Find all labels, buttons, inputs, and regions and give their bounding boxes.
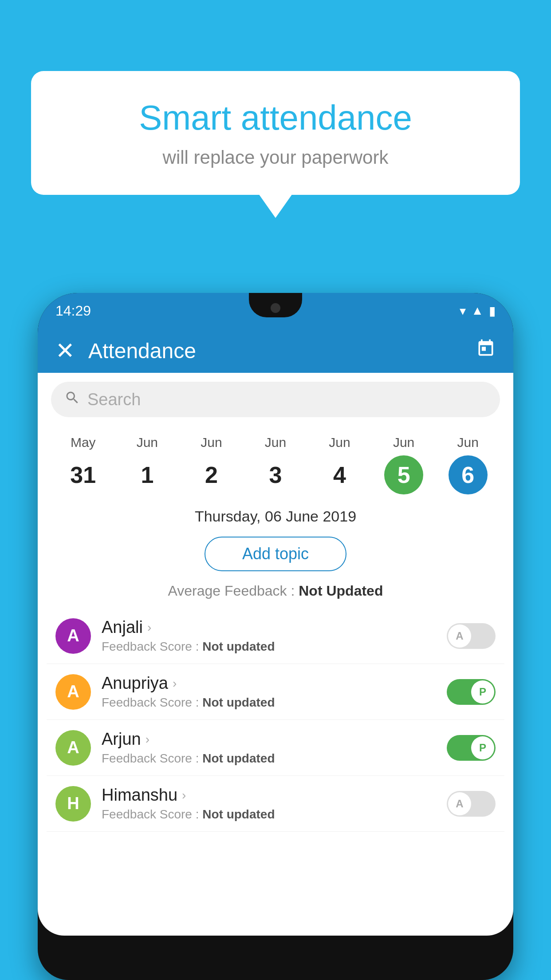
attendance-toggle[interactable]: P xyxy=(447,679,496,705)
student-info[interactable]: Anupriya ›Feedback Score : Not updated xyxy=(102,674,436,710)
student-name: Himanshu › xyxy=(102,786,436,805)
cal-month-label: Jun xyxy=(265,435,286,450)
student-item: AAnupriya ›Feedback Score : Not updatedP xyxy=(47,664,504,720)
cal-month-label: Jun xyxy=(329,435,350,450)
student-item: AArjun ›Feedback Score : Not updatedP xyxy=(47,720,504,776)
attendance-toggle[interactable]: A xyxy=(447,623,496,649)
student-item: HHimanshu ›Feedback Score : Not updatedA xyxy=(47,776,504,832)
close-button[interactable]: ✕ xyxy=(55,337,75,364)
avg-feedback-prefix: Average Feedback : xyxy=(168,583,299,599)
student-info[interactable]: Anjali ›Feedback Score : Not updated xyxy=(102,618,436,654)
calendar-day[interactable]: Jun2 xyxy=(192,435,231,494)
chevron-right-icon: › xyxy=(182,788,186,802)
student-avatar: A xyxy=(55,618,91,654)
cal-date-number: 1 xyxy=(128,455,167,494)
student-info[interactable]: Himanshu ›Feedback Score : Not updated xyxy=(102,786,436,822)
add-topic-button[interactable]: Add topic xyxy=(205,537,346,571)
toggle-wrap: P xyxy=(447,735,496,761)
app-title: Attendance xyxy=(88,339,476,363)
cal-date-number: 4 xyxy=(320,455,359,494)
cal-month-label: Jun xyxy=(457,435,478,450)
toggle-knob: P xyxy=(471,680,494,703)
calendar-strip: May31Jun1Jun2Jun3Jun4Jun5Jun6 xyxy=(38,426,513,499)
student-name: Arjun › xyxy=(102,730,436,749)
calendar-day[interactable]: Jun5 xyxy=(384,435,423,494)
app-bar: ✕ Attendance xyxy=(38,328,513,373)
student-name: Anupriya › xyxy=(102,674,436,693)
student-score: Feedback Score : Not updated xyxy=(102,640,436,654)
speech-bubble-title: Smart attendance xyxy=(67,98,484,138)
student-info[interactable]: Arjun ›Feedback Score : Not updated xyxy=(102,730,436,766)
search-placeholder: Search xyxy=(87,390,141,409)
toggle-wrap: A xyxy=(447,623,496,649)
student-score: Feedback Score : Not updated xyxy=(102,751,436,766)
cal-date-number: 3 xyxy=(256,455,295,494)
cal-month-label: Jun xyxy=(137,435,158,450)
calendar-icon[interactable] xyxy=(476,339,496,363)
cal-date-number: 5 xyxy=(384,455,423,494)
student-list: AAnjali ›Feedback Score : Not updatedAAA… xyxy=(38,608,513,832)
selected-date-label: Thursday, 06 June 2019 xyxy=(38,499,513,530)
calendar-day[interactable]: Jun3 xyxy=(256,435,295,494)
search-bar-container: Search xyxy=(38,373,513,426)
speech-bubble: Smart attendance will replace your paper… xyxy=(31,71,520,195)
toggle-wrap: P xyxy=(447,679,496,705)
student-avatar: A xyxy=(55,674,91,710)
attendance-toggle[interactable]: A xyxy=(447,791,496,817)
toggle-knob: P xyxy=(471,736,494,759)
chevron-right-icon: › xyxy=(147,620,151,635)
avg-feedback-value: Not Updated xyxy=(299,583,383,599)
attendance-toggle[interactable]: P xyxy=(447,735,496,761)
phone-frame: 14:29 ▾ ▲ ▮ ✕ Attendance Search xyxy=(38,293,513,980)
status-icons: ▾ ▲ ▮ xyxy=(460,304,496,318)
chevron-right-icon: › xyxy=(146,732,150,747)
cal-date-number: 2 xyxy=(192,455,231,494)
toggle-knob: A xyxy=(448,624,471,648)
toggle-wrap: A xyxy=(447,791,496,817)
student-score: Feedback Score : Not updated xyxy=(102,807,436,822)
student-avatar: H xyxy=(55,786,91,822)
calendar-day[interactable]: Jun6 xyxy=(449,435,488,494)
student-name: Anjali › xyxy=(102,618,436,637)
cal-month-label: Jun xyxy=(201,435,222,450)
phone-screen: Search May31Jun1Jun2Jun3Jun4Jun5Jun6 Thu… xyxy=(38,373,513,936)
chevron-right-icon: › xyxy=(173,676,177,691)
cal-month-label: Jun xyxy=(393,435,414,450)
avg-feedback: Average Feedback : Not Updated xyxy=(38,578,513,608)
cal-date-number: 6 xyxy=(449,455,488,494)
search-icon xyxy=(64,390,80,410)
student-score: Feedback Score : Not updated xyxy=(102,695,436,710)
calendar-day[interactable]: Jun1 xyxy=(128,435,167,494)
speech-bubble-subtitle: will replace your paperwork xyxy=(67,147,484,168)
cal-date-number: 31 xyxy=(63,455,102,494)
status-bar: 14:29 ▾ ▲ ▮ xyxy=(38,293,513,328)
student-item: AAnjali ›Feedback Score : Not updatedA xyxy=(47,608,504,664)
cal-month-label: May xyxy=(71,435,96,450)
battery-icon: ▮ xyxy=(489,304,496,318)
search-input[interactable]: Search xyxy=(51,382,500,417)
notch-camera xyxy=(271,303,280,313)
status-time: 14:29 xyxy=(55,303,91,319)
student-avatar: A xyxy=(55,730,91,766)
calendar-day[interactable]: May31 xyxy=(63,435,102,494)
calendar-day[interactable]: Jun4 xyxy=(320,435,359,494)
speech-bubble-container: Smart attendance will replace your paper… xyxy=(31,71,520,195)
signal-icon: ▲ xyxy=(471,304,484,318)
wifi-icon: ▾ xyxy=(460,304,466,318)
phone-notch xyxy=(249,293,302,317)
toggle-knob: A xyxy=(448,792,471,815)
